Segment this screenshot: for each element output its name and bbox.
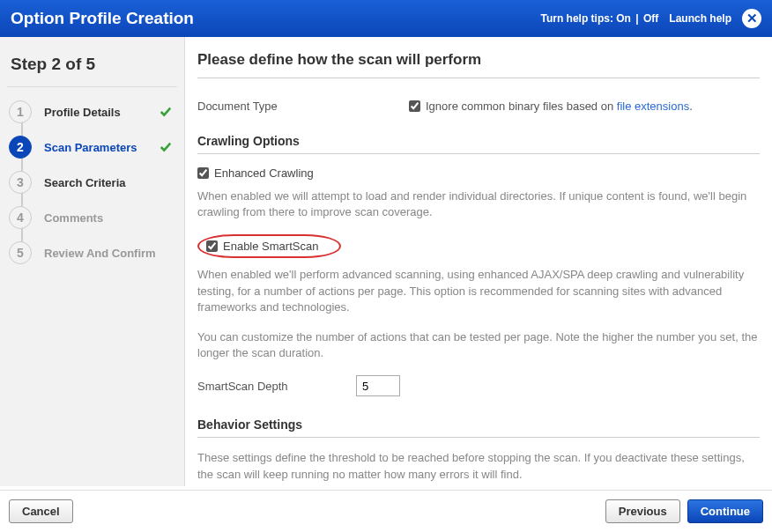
step-scan-parameters[interactable]: 2 Scan Parameters bbox=[7, 129, 177, 165]
document-type-row: Document Type Ignore common binary files… bbox=[197, 100, 760, 113]
close-icon[interactable]: ✕ bbox=[742, 9, 761, 28]
behavior-settings-description: These settings define the threshold to b… bbox=[197, 450, 760, 482]
step-number: 1 bbox=[9, 100, 32, 123]
help-tips-off[interactable]: Off bbox=[643, 12, 658, 25]
enhanced-crawling-checkbox[interactable] bbox=[197, 167, 209, 179]
step-profile-details[interactable]: 1 Profile Details bbox=[7, 94, 177, 129]
check-icon bbox=[160, 106, 172, 118]
previous-button[interactable]: Previous bbox=[605, 499, 680, 523]
step-number: 4 bbox=[9, 206, 32, 229]
step-search-criteria[interactable]: 3 Search Criteria bbox=[7, 165, 177, 200]
step-number: 2 bbox=[9, 136, 32, 159]
header-actions: Turn help tips: On | Off Launch help ✕ bbox=[541, 9, 762, 28]
smartscan-description-2: You can customize the number of actions … bbox=[197, 329, 760, 361]
pipe-separator: | bbox=[635, 12, 638, 25]
ignore-binary-text: Ignore common binary files based on file… bbox=[426, 100, 693, 113]
ignore-binary-pre: Ignore common binary files based on bbox=[426, 100, 617, 113]
step-label: Comments bbox=[44, 211, 177, 225]
dialog-title: Option Profile Creation bbox=[11, 9, 194, 28]
behavior-settings-heading: Behavior Settings bbox=[197, 417, 760, 438]
enhanced-crawling-row: Enhanced Crawling bbox=[197, 166, 760, 180]
step-comments[interactable]: 4 Comments bbox=[7, 200, 177, 235]
step-label: Scan Parameters bbox=[44, 141, 160, 154]
smartscan-highlight: Enable SmartScan bbox=[197, 234, 341, 258]
step-review-confirm[interactable]: 5 Review And Confirm bbox=[7, 235, 177, 270]
smartscan-depth-label: SmartScan Depth bbox=[197, 380, 356, 393]
step-label: Search Criteria bbox=[44, 176, 177, 189]
dialog-header: Option Profile Creation Turn help tips: … bbox=[0, 0, 772, 37]
ignore-binary-checkbox[interactable] bbox=[409, 100, 420, 112]
step-label: Profile Details bbox=[44, 106, 160, 119]
ignore-binary-control: Ignore common binary files based on file… bbox=[409, 100, 693, 113]
smartscan-depth-input[interactable] bbox=[356, 375, 400, 396]
wizard-sidebar: Step 2 of 5 1 Profile Details 2 Scan Par… bbox=[0, 37, 185, 486]
step-heading: Step 2 of 5 bbox=[7, 49, 177, 87]
document-type-label: Document Type bbox=[197, 100, 409, 113]
continue-button[interactable]: Continue bbox=[687, 499, 763, 523]
step-number: 5 bbox=[9, 241, 32, 264]
main-panel: Please define how the scan will perform … bbox=[185, 37, 772, 486]
crawling-options-heading: Crawling Options bbox=[197, 134, 760, 154]
smartscan-description-1: When enabled we'll perform advanced scan… bbox=[197, 267, 760, 315]
enhanced-crawling-description: When enabled we will attempt to load and… bbox=[197, 188, 760, 220]
cancel-button[interactable]: Cancel bbox=[9, 499, 73, 523]
enable-smartscan-label: Enable SmartScan bbox=[223, 240, 318, 253]
help-tips-on[interactable]: On bbox=[616, 12, 631, 25]
smartscan-depth-row: SmartScan Depth bbox=[197, 375, 760, 396]
step-list: 1 Profile Details 2 Scan Parameters 3 Se… bbox=[7, 94, 177, 270]
step-label: Review And Confirm bbox=[44, 247, 177, 260]
help-tips-label: Turn help tips: bbox=[541, 12, 613, 25]
file-extensions-link[interactable]: file extensions bbox=[617, 100, 689, 113]
enhanced-crawling-label: Enhanced Crawling bbox=[214, 166, 314, 180]
check-icon bbox=[160, 141, 172, 153]
step-number: 3 bbox=[9, 171, 32, 194]
dialog-footer: Cancel Previous Continue bbox=[0, 490, 772, 532]
ignore-binary-post: . bbox=[689, 100, 693, 113]
help-tips-group: Turn help tips: On | Off bbox=[541, 12, 659, 25]
page-title: Please define how the scan will perform bbox=[197, 51, 760, 78]
enable-smartscan-checkbox[interactable] bbox=[206, 240, 218, 252]
launch-help-link[interactable]: Launch help bbox=[669, 12, 731, 25]
